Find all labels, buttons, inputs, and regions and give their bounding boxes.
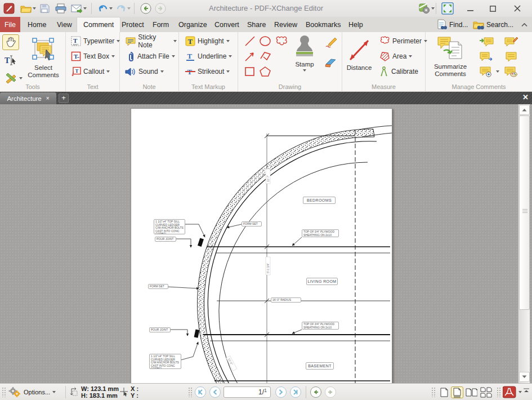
single-page-layout-button[interactable]: [438, 386, 450, 398]
export-comments-button[interactable]: [477, 50, 495, 63]
ui-options-caret-icon[interactable]: [431, 7, 435, 10]
forward-button[interactable]: [153, 2, 168, 15]
statusbar-grip[interactable]: [431, 387, 436, 397]
options-caret-icon[interactable]: [52, 391, 56, 393]
sound-button[interactable]: Sound: [123, 65, 166, 78]
highlight-button[interactable]: T Highlight: [184, 34, 231, 48]
close-document-button[interactable]: ✕: [522, 93, 529, 101]
oval-tool-button[interactable]: [257, 34, 273, 48]
perimeter-button[interactable]: Perimeter: [377, 34, 429, 48]
sticky-note-caret-icon[interactable]: [173, 40, 177, 42]
scrollbar-thumb[interactable]: [519, 115, 530, 310]
strikeout-caret-icon[interactable]: [226, 70, 230, 73]
area-button[interactable]: Area: [377, 50, 414, 63]
new-tab-button[interactable]: +: [59, 94, 69, 103]
search-button[interactable]: Search...: [473, 18, 513, 31]
show-comments-caret-icon[interactable]: [496, 70, 499, 73]
last-page-button[interactable]: [290, 386, 301, 398]
text-box-caret-icon[interactable]: [111, 55, 115, 57]
redo-caret-icon[interactable]: [127, 7, 131, 10]
close-window-button[interactable]: [507, 0, 528, 17]
document-tab-close-icon[interactable]: ×: [46, 95, 50, 101]
back-button[interactable]: [138, 2, 153, 15]
distance-button[interactable]: Distance: [343, 34, 375, 82]
document-tab-architecture[interactable]: Architecture ×: [0, 92, 56, 104]
page-number-input[interactable]: 1/1: [223, 386, 271, 398]
undo-caret-icon[interactable]: [109, 7, 113, 10]
send-caret-icon[interactable]: [83, 7, 87, 10]
previous-page-button[interactable]: [209, 386, 221, 398]
send-mail-button[interactable]: [70, 2, 88, 15]
comments-list-button[interactable]: [502, 50, 520, 63]
maximize-button[interactable]: [482, 0, 503, 17]
undo-button[interactable]: [96, 2, 114, 15]
print-button[interactable]: [54, 2, 68, 15]
sticky-note-button[interactable]: Sticky Note: [123, 34, 178, 48]
attach-file-caret-icon[interactable]: [172, 55, 175, 57]
tab-review[interactable]: Review: [268, 17, 303, 32]
callout-caret-icon[interactable]: [106, 70, 110, 73]
eraser-button[interactable]: [323, 56, 339, 69]
save-button[interactable]: [38, 2, 51, 15]
two-page-continuous-layout-button[interactable]: [480, 386, 492, 398]
scroll-up-button[interactable]: [519, 105, 530, 115]
continuous-layout-button[interactable]: [451, 386, 463, 398]
stamp-button[interactable]: Stamp: [290, 34, 319, 82]
text-box-button[interactable]: T Text Box: [69, 50, 117, 63]
ui-options-button[interactable]: [418, 2, 436, 15]
attach-file-button[interactable]: Attach File: [124, 50, 177, 63]
acrobat-caret-icon[interactable]: [518, 391, 522, 393]
statusbar-grip[interactable]: [497, 387, 501, 397]
collapse-ribbon-button[interactable]: [521, 18, 527, 31]
minimize-button[interactable]: [459, 0, 481, 17]
history-back-button[interactable]: [310, 386, 321, 398]
show-comments-button[interactable]: [477, 65, 501, 78]
other-tools-caret-icon[interactable]: [19, 77, 23, 79]
tab-view[interactable]: View: [51, 17, 78, 32]
hand-tool-button[interactable]: [2, 34, 19, 50]
strikeout-button[interactable]: T Strikeout: [184, 65, 231, 78]
tab-bookmarks[interactable]: Bookmarks: [299, 17, 347, 32]
redo-button[interactable]: [114, 2, 132, 15]
history-forward-button[interactable]: [325, 386, 336, 398]
arrow-tool-button[interactable]: [243, 50, 257, 63]
open-button[interactable]: [19, 2, 37, 15]
fullscreen-button[interactable]: [440, 2, 455, 15]
highlight-caret-icon[interactable]: [226, 40, 230, 42]
open-caret-icon[interactable]: [33, 7, 36, 10]
select-text-tool-button[interactable]: T: [2, 52, 19, 68]
underline-button[interactable]: T Underline: [184, 50, 234, 63]
tab-home[interactable]: Home: [21, 17, 52, 32]
rectangle-tool-button[interactable]: [243, 65, 257, 78]
stamp-caret-icon[interactable]: [303, 69, 306, 72]
add-comment-note-button[interactable]: [502, 34, 520, 48]
tab-help[interactable]: Help: [342, 17, 369, 32]
cloud-tool-button[interactable]: [273, 34, 290, 48]
statusbar-grip[interactable]: [2, 387, 6, 397]
polyline-tool-button[interactable]: [257, 50, 274, 63]
tab-convert[interactable]: Convert: [208, 17, 245, 32]
tab-file[interactable]: File: [0, 17, 20, 32]
import-comments-button[interactable]: [477, 34, 495, 48]
polygon-tool-button[interactable]: [257, 65, 273, 78]
line-tool-button[interactable]: [243, 34, 257, 48]
open-in-acrobat-button[interactable]: [503, 386, 522, 398]
splitter-button[interactable]: [524, 384, 529, 397]
pencil-comment-button[interactable]: [323, 35, 339, 49]
summarize-comments-button[interactable]: Summarize Comments: [428, 34, 473, 82]
select-comments-button[interactable]: Select Comments: [23, 34, 64, 82]
area-caret-icon[interactable]: [409, 55, 412, 57]
underline-caret-icon[interactable]: [229, 55, 232, 57]
tab-form[interactable]: Form: [146, 17, 175, 32]
first-page-button[interactable]: [195, 386, 206, 398]
typewriter-button[interactable]: T Typewriter: [69, 34, 122, 48]
callout-button[interactable]: T Callout: [69, 65, 111, 78]
vertical-scrollbar[interactable]: [518, 104, 530, 383]
scroll-down-button[interactable]: [519, 372, 530, 382]
tab-organize[interactable]: Organize: [172, 17, 213, 32]
sound-caret-icon[interactable]: [160, 70, 164, 73]
calibrate-button[interactable]: Calibrate: [377, 65, 420, 78]
two-page-layout-button[interactable]: [465, 386, 477, 398]
find-button[interactable]: Find...: [437, 18, 468, 31]
tab-comment[interactable]: Comment: [77, 17, 120, 32]
